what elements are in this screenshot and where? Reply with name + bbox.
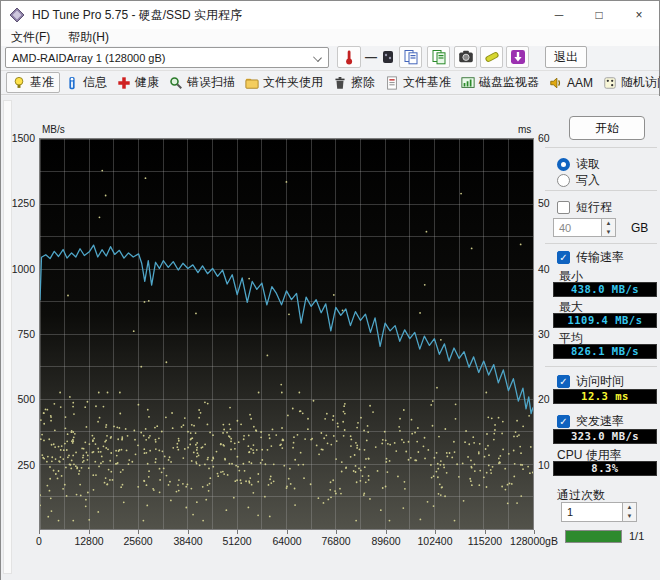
min-value: 438.0 MB/s — [553, 282, 657, 297]
copy-green-button[interactable] — [427, 46, 450, 68]
x-axis-tick: 102400 — [417, 535, 452, 547]
menu-bar: 文件(F) 帮助(H) — [1, 29, 659, 46]
pass-count-stepper-arrows[interactable]: ▲▼ — [622, 502, 637, 522]
tab-disk-monitor[interactable]: 磁盘监视器 — [456, 72, 544, 93]
benchmark-chart[interactable] — [39, 138, 534, 530]
tab-label: 错误扫描 — [187, 74, 235, 91]
tab-label: AAM — [567, 76, 593, 90]
burst-rate-checkbox[interactable]: 突发速率 — [557, 414, 624, 428]
tab-label: 信息 — [83, 74, 107, 91]
burst-rate-label: 突发速率 — [576, 413, 624, 430]
tab-info[interactable]: 信息 — [60, 72, 112, 93]
camera-icon — [458, 49, 474, 65]
tab-bar: 基准信息健康错误扫描文件夹使用擦除文件基准磁盘监视器AAM随机访问额外测试 — [1, 70, 659, 95]
tab-aam[interactable]: AAM — [544, 72, 598, 93]
pass-count-stepper[interactable]: 1 ▲▼ — [561, 502, 637, 522]
speaker-icon — [549, 76, 563, 90]
x-axis-tickmark — [485, 530, 486, 534]
info-icon — [65, 76, 79, 90]
maximize-button[interactable]: □ — [579, 1, 619, 29]
download-button[interactable] — [506, 46, 529, 68]
read-radio-circle — [557, 158, 570, 171]
progress-bar — [565, 530, 622, 543]
down-arrow-icon[interactable]: ▼ — [602, 228, 615, 237]
short-stroke-stepper[interactable]: 40 ▲▼ — [553, 218, 616, 237]
y-axis-left-tick: 750 — [5, 328, 35, 340]
tab-label: 磁盘监视器 — [479, 74, 539, 91]
device-select[interactable]: AMD-RAIDArray 1 (128000 gB) — [5, 47, 329, 68]
tab-folder-usage[interactable]: 文件夹使用 — [240, 72, 328, 93]
x-axis-tick: 89600 — [371, 535, 400, 547]
start-button[interactable]: 开始 — [569, 116, 645, 140]
exit-button[interactable]: 退出 — [545, 46, 587, 68]
short-stroke-stepper-arrows[interactable]: ▲▼ — [601, 218, 616, 237]
tab-label: 文件夹使用 — [263, 74, 323, 91]
save-button[interactable] — [480, 46, 503, 68]
x-axis-tickmark — [138, 530, 139, 534]
read-radio-label: 读取 — [576, 156, 600, 173]
copy-icon — [403, 49, 419, 65]
x-axis-tickmark — [188, 530, 189, 534]
temperature-value: — — [365, 50, 379, 64]
read-radio[interactable]: 读取 — [557, 157, 600, 171]
x-axis-tick: 38400 — [173, 535, 202, 547]
transfer-rate-label: 传输速率 — [576, 249, 624, 266]
up-arrow-icon[interactable]: ▲ — [623, 503, 636, 512]
x-axis-tickmark — [534, 530, 535, 534]
copy-green-icon — [431, 49, 447, 65]
short-stroke-label: 短行程 — [576, 199, 612, 216]
pass-count-value[interactable]: 1 — [561, 502, 622, 522]
access-time-checkbox-box — [557, 375, 570, 388]
tab-random-access[interactable]: 随机访问 — [598, 72, 660, 93]
tab-error-scan[interactable]: 错误扫描 — [164, 72, 240, 93]
tab-label: 擦除 — [351, 74, 375, 91]
toolbar: AMD-RAIDArray 1 (128000 gB) — 退出 — [1, 46, 659, 70]
thermometer-button[interactable] — [337, 46, 361, 68]
bulb-icon — [12, 76, 26, 90]
close-button[interactable]: × — [619, 1, 659, 29]
folder-icon — [245, 76, 259, 90]
access-time-label: 访问时间 — [576, 373, 624, 390]
app-window: HD Tune Pro 5.75 - 硬盘/SSD 实用程序 ─ □ × 文件(… — [0, 0, 660, 580]
x-axis-tick: 64000 — [272, 535, 301, 547]
short-stroke-checkbox[interactable]: 短行程 — [557, 200, 612, 214]
transfer-rate-checkbox[interactable]: 传输速率 — [557, 250, 624, 264]
x-axis-tick: 25600 — [123, 535, 152, 547]
x-axis-tick: 51200 — [222, 535, 251, 547]
download-icon — [510, 49, 526, 65]
temperature-status-icon — [381, 50, 395, 64]
x-axis-tickmark — [386, 530, 387, 534]
tab-benchmark[interactable]: 基准 — [6, 72, 60, 93]
camera-button[interactable] — [454, 46, 477, 68]
access-time-value: 12.3 ms — [553, 389, 657, 404]
title-bar: HD Tune Pro 5.75 - 硬盘/SSD 实用程序 ─ □ × — [1, 1, 659, 29]
tab-label: 文件基准 — [403, 74, 451, 91]
x-axis-tickmark — [287, 530, 288, 534]
write-radio[interactable]: 写入 — [557, 173, 600, 187]
short-stroke-unit: GB — [631, 221, 648, 235]
max-value: 1109.4 MB/s — [553, 313, 657, 328]
thermometer-icon — [342, 49, 356, 65]
x-axis-tickmark — [89, 530, 90, 534]
x-axis-tick: 0 — [36, 535, 42, 547]
y-axis-left-tick: 500 — [5, 393, 35, 405]
chevron-down-icon — [313, 53, 322, 62]
tab-file-benchmark[interactable]: 文件基准 — [380, 72, 456, 93]
menu-help[interactable]: 帮助(H) — [68, 29, 109, 46]
access-time-checkbox[interactable]: 访问时间 — [557, 374, 624, 388]
x-axis-tickmark — [237, 530, 238, 534]
menu-file[interactable]: 文件(F) — [11, 29, 50, 46]
down-arrow-icon[interactable]: ▼ — [623, 512, 636, 521]
y-axis-left-title: MB/s — [42, 124, 65, 135]
short-stroke-value[interactable]: 40 — [553, 218, 601, 237]
y-axis-left-tick: 250 — [5, 459, 35, 471]
minimize-button[interactable]: ─ — [539, 1, 579, 29]
tab-health[interactable]: 健康 — [112, 72, 164, 93]
burst-rate-value: 323.0 MB/s — [553, 429, 657, 444]
tab-label: 基准 — [30, 74, 54, 91]
tab-erase[interactable]: 擦除 — [328, 72, 380, 93]
copy-button[interactable] — [399, 46, 422, 68]
app-icon — [9, 7, 25, 23]
avg-value: 826.1 MB/s — [553, 344, 657, 359]
up-arrow-icon[interactable]: ▲ — [602, 219, 615, 228]
